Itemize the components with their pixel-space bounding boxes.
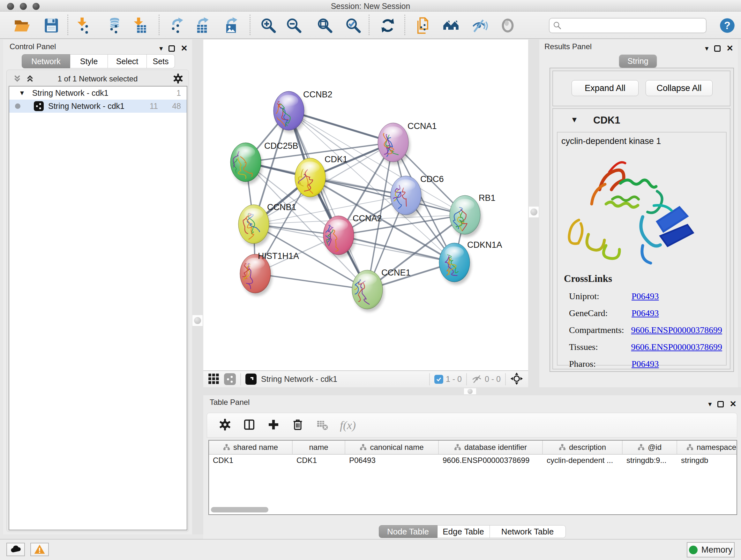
table-settings-gear-icon[interactable] — [219, 418, 231, 432]
network-canvas[interactable]: CCNB2CCNA1CDC25BCDK1CDC6RB1CCNB1CCNA2CDK… — [203, 40, 528, 370]
panel-close-icon[interactable]: ✕ — [730, 399, 737, 409]
panel-menu-icon[interactable]: ▾ — [159, 44, 163, 53]
tab-node-table[interactable]: Node Table — [379, 525, 437, 538]
crosslink-value-link[interactable]: P06493 — [631, 359, 659, 369]
tab-style[interactable]: Style — [70, 54, 108, 68]
panel-float-icon[interactable] — [718, 401, 724, 408]
import-network-database-icon[interactable] — [105, 17, 123, 34]
select-columns-icon[interactable] — [243, 418, 256, 432]
table-cell[interactable]: 9606.ENSP00000378699 — [439, 455, 543, 466]
table-cell[interactable]: P06493 — [345, 455, 439, 466]
crosslink-value-link[interactable]: P06493 — [631, 291, 659, 301]
tab-sets[interactable]: Sets — [147, 54, 175, 68]
network-view-icon[interactable] — [224, 373, 236, 385]
table-cell[interactable]: stringdb — [677, 455, 737, 466]
zoom-fit-icon[interactable] — [316, 17, 333, 34]
results-panel-title: Results Panel — [544, 42, 592, 51]
network-options-gear-icon[interactable] — [173, 73, 184, 85]
tab-string[interactable]: String — [619, 55, 657, 68]
fit-selected-crosshair-icon[interactable] — [510, 372, 523, 386]
network-collection-row[interactable]: ▼ String Network - cdk1 1 — [9, 86, 187, 100]
network-node-RB1[interactable] — [450, 195, 482, 237]
selected-checkbox-icon[interactable] — [434, 375, 443, 384]
tab-edge-table[interactable]: Edge Table — [437, 525, 490, 538]
column-header-shared-name[interactable]: shared name — [209, 441, 293, 454]
refresh-icon[interactable] — [379, 17, 396, 34]
show-eye-icon[interactable] — [499, 17, 516, 34]
network-row[interactable]: String Network - cdk1 11 48 — [9, 100, 187, 113]
column-header-database-identifier[interactable]: database identifier — [439, 441, 543, 454]
horizontal-splitter[interactable] — [203, 387, 741, 395]
panel-menu-icon[interactable]: ▾ — [708, 400, 712, 408]
network-node-CCNB2[interactable] — [273, 91, 306, 133]
network-node-CDC25B[interactable] — [225, 143, 263, 185]
delete-table-icon[interactable] — [316, 418, 328, 432]
import-table-file-icon[interactable] — [131, 17, 148, 34]
save-session-icon[interactable] — [43, 17, 60, 34]
network-node-CDKN1A[interactable] — [439, 243, 471, 285]
network-node-CCNA1[interactable] — [378, 123, 410, 165]
birdseye-view-icon[interactable] — [246, 374, 257, 385]
panel-float-icon[interactable] — [169, 45, 175, 52]
network-node-CDK1[interactable] — [294, 158, 327, 201]
open-session-icon[interactable] — [13, 17, 30, 34]
hidden-eye-icon[interactable] — [471, 373, 482, 385]
export-network-icon[interactable] — [167, 17, 185, 34]
column-header--id[interactable]: @id — [623, 441, 677, 454]
collection-expand-icon[interactable]: ▼ — [19, 89, 25, 97]
crosslink-value-link[interactable]: 9606.ENSP00000378699 — [631, 342, 722, 352]
column-header-description[interactable]: description — [543, 441, 623, 454]
crosslink-value-link[interactable]: P06493 — [631, 308, 659, 318]
function-builder-icon[interactable]: f(x) — [340, 419, 356, 432]
network-node-CCNB1[interactable] — [239, 205, 271, 246]
protein-header-row[interactable]: ▼ CDK1 — [553, 109, 730, 132]
network-node-CDC6[interactable] — [386, 176, 423, 218]
tab-network-table[interactable]: Network Table — [490, 525, 566, 538]
grid-view-icon[interactable] — [207, 373, 219, 386]
column-header-canonical-name[interactable]: canonical name — [345, 441, 439, 454]
houses-icon[interactable] — [442, 17, 460, 34]
export-image-icon[interactable] — [222, 17, 239, 34]
table-horizontal-scrollbar[interactable] — [211, 507, 268, 512]
left-splitter[interactable] — [192, 40, 203, 535]
protein-collapse-icon[interactable]: ▼ — [570, 115, 578, 124]
panel-close-icon[interactable]: ✕ — [726, 44, 733, 53]
right-splitter[interactable] — [528, 40, 539, 387]
help-icon[interactable]: ? — [719, 17, 736, 34]
table-cell[interactable]: CDK1 — [209, 455, 293, 466]
zoom-selected-icon[interactable] — [344, 17, 361, 34]
tab-select[interactable]: Select — [108, 54, 147, 68]
column-header-name[interactable]: name — [293, 441, 345, 454]
protein-section: ▼ CDK1 cyclin-dependent kinase 1 — [552, 108, 731, 369]
network-node-CCNA2[interactable] — [320, 216, 355, 258]
zoom-in-icon[interactable] — [259, 17, 277, 34]
collection-count: 1 — [177, 88, 181, 98]
table-cell[interactable]: CDK1 — [293, 455, 345, 466]
table-cell[interactable]: cyclin-dependent ... — [543, 455, 623, 466]
table-cell[interactable]: stringdb:9... — [623, 455, 677, 466]
new-network-from-selection-icon[interactable] — [415, 17, 432, 34]
search-input[interactable] — [562, 21, 699, 30]
table-row[interactable]: CDK1CDK1P064939606.ENSP00000378699cyclin… — [209, 455, 737, 466]
warnings-button[interactable] — [30, 543, 49, 556]
import-network-file-icon[interactable] — [74, 17, 91, 34]
crosslink-value-link[interactable]: 9606.ENSP00000378699 — [631, 325, 722, 335]
delete-column-icon[interactable] — [291, 418, 304, 432]
network-edges[interactable] — [246, 111, 465, 290]
cloud-button[interactable] — [6, 543, 25, 556]
column-tree-icon — [686, 444, 693, 451]
panel-close-icon[interactable]: ✕ — [181, 44, 188, 53]
panel-float-icon[interactable] — [714, 45, 721, 52]
network-edge-count: 48 — [158, 102, 181, 111]
panel-menu-icon[interactable]: ▾ — [705, 44, 709, 53]
hide-selected-eye-icon[interactable] — [471, 17, 488, 34]
export-table-icon[interactable] — [193, 17, 211, 34]
collapse-all-button[interactable]: Collapse All — [646, 80, 713, 96]
tab-network[interactable]: Network — [22, 54, 70, 68]
expand-all-button[interactable]: Expand All — [571, 80, 638, 96]
zoom-out-icon[interactable] — [285, 17, 302, 34]
memory-button[interactable]: Memory — [687, 542, 735, 557]
add-column-icon[interactable] — [267, 418, 280, 432]
column-header-namespace[interactable]: namespace — [677, 441, 737, 454]
network-edge-CCNB2-CCNE1[interactable] — [289, 111, 367, 290]
